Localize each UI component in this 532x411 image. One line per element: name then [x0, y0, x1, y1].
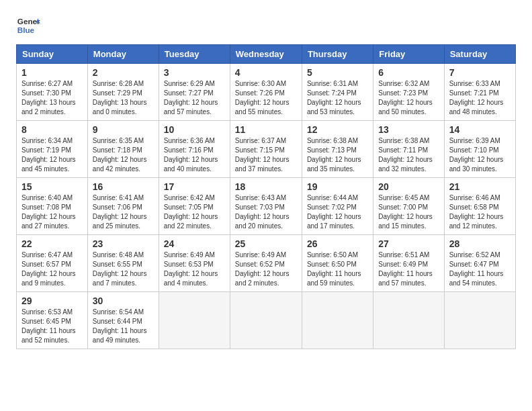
day-number: 17 — [164, 181, 225, 192]
calendar-cell: 18 Sunrise: 6:43 AM Sunset: 7:03 PM Dayl… — [230, 178, 302, 235]
calendar-cell: 15 Sunrise: 6:40 AM Sunset: 7:08 PM Dayl… — [17, 178, 88, 235]
calendar-cell: 2 Sunrise: 6:28 AM Sunset: 7:29 PM Dayli… — [87, 64, 159, 121]
calendar-cell — [159, 292, 230, 349]
calendar-cell: 10 Sunrise: 6:36 AM Sunset: 7:16 PM Dayl… — [159, 121, 230, 178]
calendar-header-saturday: Saturday — [444, 45, 515, 64]
day-info: Sunrise: 6:40 AM Sunset: 7:08 PM Dayligh… — [21, 193, 83, 231]
day-number: 25 — [235, 238, 297, 249]
calendar-cell: 14 Sunrise: 6:39 AM Sunset: 7:10 PM Dayl… — [444, 121, 515, 178]
calendar-cell: 19 Sunrise: 6:44 AM Sunset: 7:02 PM Dayl… — [302, 178, 373, 235]
day-number: 8 — [21, 124, 83, 135]
calendar-cell: 4 Sunrise: 6:30 AM Sunset: 7:26 PM Dayli… — [230, 64, 302, 121]
svg-text:Blue: Blue — [17, 26, 35, 34]
day-info: Sunrise: 6:53 AM Sunset: 6:45 PM Dayligh… — [21, 308, 83, 345]
day-info: Sunrise: 6:30 AM Sunset: 7:26 PM Dayligh… — [235, 79, 297, 117]
calendar-cell: 21 Sunrise: 6:46 AM Sunset: 6:58 PM Dayl… — [444, 178, 515, 235]
day-number: 3 — [164, 67, 225, 78]
calendar-cell: 16 Sunrise: 6:41 AM Sunset: 7:06 PM Dayl… — [87, 178, 159, 235]
day-info: Sunrise: 6:39 AM Sunset: 7:10 PM Dayligh… — [449, 136, 511, 174]
day-number: 22 — [21, 238, 83, 249]
calendar-cell: 3 Sunrise: 6:29 AM Sunset: 7:27 PM Dayli… — [159, 64, 230, 121]
logo-icon: General Blue — [16, 13, 40, 38]
day-info: Sunrise: 6:33 AM Sunset: 7:21 PM Dayligh… — [449, 79, 511, 117]
calendar-cell: 13 Sunrise: 6:38 AM Sunset: 7:11 PM Dayl… — [373, 121, 444, 178]
calendar-cell: 27 Sunrise: 6:51 AM Sunset: 6:49 PM Dayl… — [373, 235, 444, 292]
day-number: 30 — [93, 295, 154, 306]
calendar-cell: 20 Sunrise: 6:45 AM Sunset: 7:00 PM Dayl… — [373, 178, 444, 235]
day-info: Sunrise: 6:44 AM Sunset: 7:02 PM Dayligh… — [307, 193, 368, 231]
calendar-cell: 17 Sunrise: 6:42 AM Sunset: 7:05 PM Dayl… — [159, 178, 230, 235]
day-number: 11 — [235, 124, 297, 135]
calendar-header-monday: Monday — [87, 45, 159, 64]
calendar-header-wednesday: Wednesday — [230, 45, 302, 64]
calendar-cell — [302, 292, 373, 349]
day-info: Sunrise: 6:49 AM Sunset: 6:52 PM Dayligh… — [235, 250, 297, 288]
day-number: 19 — [307, 181, 368, 192]
day-info: Sunrise: 6:46 AM Sunset: 6:58 PM Dayligh… — [449, 193, 511, 231]
day-info: Sunrise: 6:43 AM Sunset: 7:03 PM Dayligh… — [235, 193, 297, 231]
calendar-cell: 28 Sunrise: 6:52 AM Sunset: 6:47 PM Dayl… — [444, 235, 515, 292]
day-number: 18 — [235, 181, 297, 192]
day-info: Sunrise: 6:35 AM Sunset: 7:18 PM Dayligh… — [93, 136, 154, 174]
calendar-week-row: 15 Sunrise: 6:40 AM Sunset: 7:08 PM Dayl… — [17, 178, 516, 235]
day-info: Sunrise: 6:45 AM Sunset: 7:00 PM Dayligh… — [378, 193, 439, 231]
day-info: Sunrise: 6:29 AM Sunset: 7:27 PM Dayligh… — [164, 79, 225, 117]
logo: General Blue — [16, 13, 43, 38]
calendar-week-row: 8 Sunrise: 6:34 AM Sunset: 7:19 PM Dayli… — [17, 121, 516, 178]
day-number: 12 — [307, 124, 368, 135]
day-number: 7 — [449, 67, 511, 78]
calendar-cell: 6 Sunrise: 6:32 AM Sunset: 7:23 PM Dayli… — [373, 64, 444, 121]
day-number: 29 — [21, 295, 83, 306]
calendar-cell: 23 Sunrise: 6:48 AM Sunset: 6:55 PM Dayl… — [87, 235, 159, 292]
calendar-cell: 22 Sunrise: 6:47 AM Sunset: 6:57 PM Dayl… — [17, 235, 88, 292]
calendar-header-row: SundayMondayTuesdayWednesdayThursdayFrid… — [17, 45, 516, 64]
day-number: 26 — [307, 238, 368, 249]
day-info: Sunrise: 6:27 AM Sunset: 7:30 PM Dayligh… — [21, 79, 83, 117]
header: General Blue — [16, 13, 516, 38]
calendar-table: SundayMondayTuesdayWednesdayThursdayFrid… — [16, 44, 516, 349]
day-info: Sunrise: 6:38 AM Sunset: 7:13 PM Dayligh… — [307, 136, 368, 174]
calendar-cell: 12 Sunrise: 6:38 AM Sunset: 7:13 PM Dayl… — [302, 121, 373, 178]
calendar-cell: 8 Sunrise: 6:34 AM Sunset: 7:19 PM Dayli… — [17, 121, 88, 178]
day-number: 2 — [93, 67, 154, 78]
calendar-header-thursday: Thursday — [302, 45, 373, 64]
day-info: Sunrise: 6:38 AM Sunset: 7:11 PM Dayligh… — [378, 136, 439, 174]
day-number: 9 — [93, 124, 154, 135]
day-info: Sunrise: 6:28 AM Sunset: 7:29 PM Dayligh… — [93, 79, 154, 117]
day-number: 13 — [378, 124, 439, 135]
calendar-header-tuesday: Tuesday — [159, 45, 230, 64]
day-number: 6 — [378, 67, 439, 78]
day-number: 14 — [449, 124, 511, 135]
day-number: 20 — [378, 181, 439, 192]
day-number: 21 — [449, 181, 511, 192]
day-number: 1 — [21, 67, 83, 78]
day-info: Sunrise: 6:37 AM Sunset: 7:15 PM Dayligh… — [235, 136, 297, 174]
day-number: 5 — [307, 67, 368, 78]
day-number: 23 — [93, 238, 154, 249]
day-number: 28 — [449, 238, 511, 249]
day-info: Sunrise: 6:51 AM Sunset: 6:49 PM Dayligh… — [378, 250, 439, 288]
calendar-week-row: 1 Sunrise: 6:27 AM Sunset: 7:30 PM Dayli… — [17, 64, 516, 121]
calendar-cell: 7 Sunrise: 6:33 AM Sunset: 7:21 PM Dayli… — [444, 64, 515, 121]
day-info: Sunrise: 6:31 AM Sunset: 7:24 PM Dayligh… — [307, 79, 368, 117]
day-number: 15 — [21, 181, 83, 192]
day-number: 4 — [235, 67, 297, 78]
calendar-cell: 5 Sunrise: 6:31 AM Sunset: 7:24 PM Dayli… — [302, 64, 373, 121]
day-number: 27 — [378, 238, 439, 249]
calendar-week-row: 22 Sunrise: 6:47 AM Sunset: 6:57 PM Dayl… — [17, 235, 516, 292]
day-info: Sunrise: 6:49 AM Sunset: 6:53 PM Dayligh… — [164, 250, 225, 288]
calendar-header-friday: Friday — [373, 45, 444, 64]
day-info: Sunrise: 6:47 AM Sunset: 6:57 PM Dayligh… — [21, 250, 83, 288]
day-info: Sunrise: 6:48 AM Sunset: 6:55 PM Dayligh… — [93, 250, 154, 288]
day-info: Sunrise: 6:54 AM Sunset: 6:44 PM Dayligh… — [93, 308, 154, 345]
day-info: Sunrise: 6:36 AM Sunset: 7:16 PM Dayligh… — [164, 136, 225, 174]
day-number: 24 — [164, 238, 225, 249]
calendar-cell — [230, 292, 302, 349]
day-info: Sunrise: 6:32 AM Sunset: 7:23 PM Dayligh… — [378, 79, 439, 117]
day-number: 16 — [93, 181, 154, 192]
calendar-cell: 30 Sunrise: 6:54 AM Sunset: 6:44 PM Dayl… — [87, 292, 159, 349]
day-info: Sunrise: 6:42 AM Sunset: 7:05 PM Dayligh… — [164, 193, 225, 231]
calendar-cell: 26 Sunrise: 6:50 AM Sunset: 6:50 PM Dayl… — [302, 235, 373, 292]
day-number: 10 — [164, 124, 225, 135]
calendar-cell: 29 Sunrise: 6:53 AM Sunset: 6:45 PM Dayl… — [17, 292, 88, 349]
